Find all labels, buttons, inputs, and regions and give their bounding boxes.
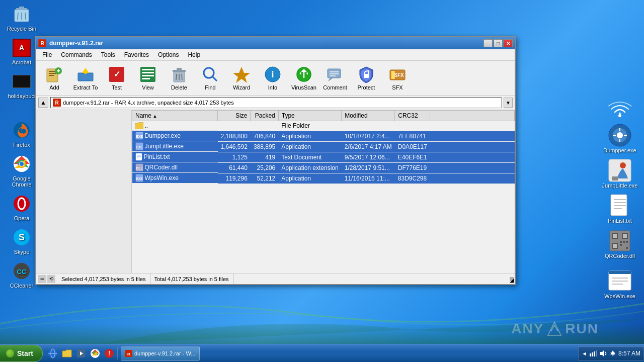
address-dropdown[interactable]: ▼ <box>504 98 513 108</box>
nav-up-button[interactable]: ▲ <box>38 98 48 108</box>
menu-favorites[interactable]: Favorites <box>120 50 153 59</box>
taskbar-item-winrar[interactable]: R dumpper-v.91.2.rar - W... <box>121 346 200 360</box>
start-orb <box>6 349 14 357</box>
file-extra <box>430 131 515 141</box>
resize-handle[interactable]: ◢ <box>510 277 514 281</box>
svg-text:R: R <box>40 41 44 46</box>
menu-commands[interactable]: Commands <box>57 50 96 59</box>
opera-icon[interactable]: Opera <box>4 192 39 223</box>
col-header-modified[interactable]: Modified <box>342 111 395 121</box>
tray-arrow-icon <box>609 349 616 357</box>
col-header-packed[interactable]: Packed <box>251 111 278 121</box>
statusbar: ═ ⟲ Selected 4,017,253 bytes in 5 files … <box>36 273 515 284</box>
window-title-area: R dumpper-v.91.2.rar <box>38 39 103 47</box>
winrar-app-icon: R <box>38 39 46 47</box>
toolbar-wizard-button[interactable]: Wizard <box>226 63 257 93</box>
desktop-icon-wpswith[interactable]: WpsWin.exe <box>600 269 640 299</box>
col-header-size[interactable]: Size <box>218 111 251 121</box>
tray-show-hidden[interactable]: ◄ <box>582 350 587 356</box>
toolbar-add-button[interactable]: Add <box>39 63 69 93</box>
holidaybuci-icon[interactable]: holidaybuci <box>4 69 39 101</box>
table-row[interactable]: EXEJumpLittle.exe 1,646,592 388,895 Appl… <box>132 141 515 152</box>
table-row[interactable]: EXEWpsWin.exe 119,296 52,212 Application… <box>132 173 515 184</box>
table-row[interactable]: EXEDumpper.exe 2,188,800 786,840 Applica… <box>132 131 515 141</box>
test-label: Test <box>112 84 122 90</box>
ccleaner-label: CCleaner <box>10 283 33 289</box>
google-chrome-icon[interactable]: Google Chrome <box>4 152 39 190</box>
firefox-icon[interactable]: Firefox <box>4 118 39 150</box>
skype-icon[interactable]: S Skype <box>4 225 39 257</box>
file-table: Name Size Packed Type Modified CRC32 <box>132 110 515 184</box>
menu-options[interactable]: Options <box>154 50 183 59</box>
svg-text:CC: CC <box>17 268 27 276</box>
svg-rect-37 <box>85 69 87 74</box>
start-button[interactable]: Start <box>0 345 43 362</box>
col-header-crc32[interactable]: CRC32 <box>395 111 430 121</box>
svg-marker-60 <box>329 78 333 81</box>
minimize-button[interactable]: _ <box>484 39 493 47</box>
col-header-type[interactable]: Type <box>278 111 341 121</box>
svg-text:✓: ✓ <box>114 70 120 78</box>
sfx-label: SFX <box>392 84 403 90</box>
quicklaunch-media[interactable] <box>75 347 87 359</box>
acrobat-icon[interactable]: A Acrobat <box>4 36 39 67</box>
quicklaunch-folder[interactable] <box>61 347 73 359</box>
menu-tools[interactable]: Tools <box>97 50 119 59</box>
toolbar-find-button[interactable]: Find <box>195 63 225 93</box>
svg-text:!: ! <box>108 350 110 357</box>
maximize-button[interactable]: □ <box>494 39 503 47</box>
system-clock[interactable]: 8:57 AM <box>618 350 640 357</box>
status-icon-2[interactable]: ⟲ <box>47 275 55 283</box>
menu-file[interactable]: File <box>38 50 56 59</box>
svg-rect-59 <box>328 69 341 78</box>
status-icon-1[interactable]: ═ <box>38 275 46 283</box>
desktop-icons-right: Dumpper.exe JumpLittle.exe PinList.txt <box>600 98 640 299</box>
ccleaner-icon[interactable]: CC CCleaner <box>4 259 39 291</box>
table-row[interactable]: .. File Folder <box>132 121 515 131</box>
toolbar-protect-button[interactable]: Protect <box>351 63 381 93</box>
file-size: 2,188,800 <box>218 131 251 141</box>
quicklaunch-chrome[interactable] <box>89 347 101 359</box>
col-header-extra <box>430 111 515 121</box>
table-row[interactable]: PinList.txt 1,125 419 Text Document 9/5/… <box>132 152 515 162</box>
file-name: EXEJumpLittle.exe <box>132 141 218 152</box>
file-name: DLLQRCoder.dll <box>132 162 218 173</box>
svg-text:R: R <box>55 100 59 106</box>
toolbar-test-button[interactable]: ✓ Test <box>102 63 132 93</box>
toolbar-view-button[interactable]: View <box>133 63 163 93</box>
file-packed: 388,895 <box>251 141 278 152</box>
recycle-bin-icon[interactable]: Recycle Bin <box>4 2 39 34</box>
table-row[interactable]: DLLQRCoder.dll 61,440 25,206 Application… <box>132 162 515 173</box>
close-button[interactable]: ✕ <box>504 39 513 47</box>
toolbar-info-button[interactable]: i Info <box>258 63 288 93</box>
toolbar-delete-button[interactable]: Delete <box>164 63 194 93</box>
ground-decoration <box>0 324 644 344</box>
toolbar-comment-button[interactable]: Comment <box>320 63 350 93</box>
svg-rect-64 <box>364 74 369 78</box>
col-header-name[interactable]: Name <box>132 111 218 121</box>
window-controls: _ □ ✕ <box>484 39 513 47</box>
toolbar-extract-button[interactable]: Extract To <box>70 63 101 93</box>
svg-rect-103 <box>623 241 625 243</box>
desktop-icons-left: Recycle Bin A Acrobat holidaybuci <box>4 0 39 362</box>
file-name: EXEWpsWin.exe <box>132 173 218 184</box>
toolbar-sfx-button[interactable]: SFX SFX <box>382 63 413 93</box>
protect-icon <box>357 65 375 83</box>
svg-text:EXE: EXE <box>135 145 142 149</box>
svg-rect-35 <box>78 73 93 81</box>
info-label: Info <box>268 84 277 90</box>
quicklaunch-security[interactable]: ! <box>103 347 115 359</box>
desktop-icon-dumpper[interactable]: Dumpper.exe <box>600 123 640 153</box>
menu-help[interactable]: Help <box>184 50 204 59</box>
file-name: .. <box>132 121 218 131</box>
svg-point-83 <box>618 114 621 117</box>
add-icon <box>45 65 63 83</box>
toolbar-virusscan-button[interactable]: VirusScan <box>289 63 319 93</box>
desktop-icon-pinlist[interactable]: PinList.txt <box>600 194 640 224</box>
jumplittle-right-label: JumpLittle.exe <box>602 183 638 189</box>
quicklaunch-ie[interactable] <box>47 347 59 359</box>
file-crc32: 7EE80741 <box>395 131 430 141</box>
desktop-icon-qrcoder[interactable]: QRCoder.dll <box>600 229 640 259</box>
desktop-icon-jumplittle[interactable]: JumpLittle.exe <box>600 158 640 189</box>
svg-line-5 <box>25 13 26 20</box>
